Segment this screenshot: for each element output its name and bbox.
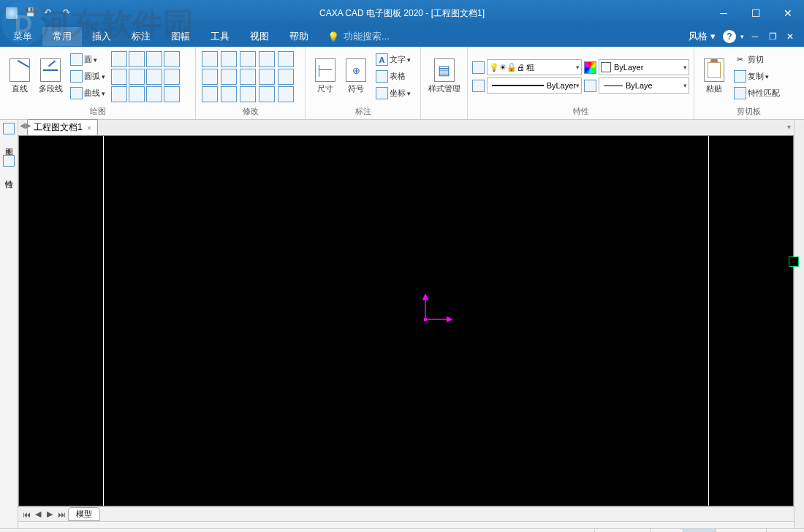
layer-props-icon[interactable] xyxy=(472,80,485,92)
modify-tool-8[interactable] xyxy=(240,69,256,85)
modify-tool-13[interactable] xyxy=(240,86,256,102)
app-icon[interactable] xyxy=(6,7,18,19)
modify-tool-1[interactable] xyxy=(202,51,218,67)
arc-button[interactable]: 圆弧 ▾ xyxy=(67,69,108,84)
line-button[interactable]: 直线 xyxy=(4,56,35,96)
modify-tool-6[interactable] xyxy=(202,69,218,85)
properties-tab-icon[interactable] xyxy=(3,155,15,167)
doc-close-button[interactable]: ✕ xyxy=(784,31,797,42)
draw-tool-10[interactable] xyxy=(129,86,145,102)
circle-button[interactable]: 圆 ▾ xyxy=(67,52,108,67)
menu-common[interactable]: 常用 xyxy=(42,27,82,46)
help-button[interactable]: ? xyxy=(723,30,736,43)
table-button[interactable]: 表格 xyxy=(373,69,414,84)
paste-button[interactable]: 粘贴 xyxy=(699,56,729,96)
linetype-dropdown[interactable]: ByLayer ▾ xyxy=(487,77,582,94)
modify-tool-7[interactable] xyxy=(221,69,237,85)
symbol-button[interactable]: ⊕ 符号 xyxy=(341,56,371,96)
tab-overflow[interactable]: ▾ xyxy=(787,123,791,131)
style-manager-button[interactable]: 样式管理 xyxy=(425,56,463,96)
draw-tool-1[interactable] xyxy=(111,51,127,67)
group-properties: 💡☀🔓🖨 粗 ▾ ByLayer ▾ ByLayer ▾ xyxy=(468,47,694,119)
lineweight-dropdown[interactable]: ByLaye ▾ xyxy=(599,77,689,94)
library-tab-icon[interactable] xyxy=(3,123,15,134)
text-button[interactable]: A文字 ▾ xyxy=(373,52,414,67)
tab-nav-next[interactable]: ▶ xyxy=(45,509,55,519)
style-dropdown[interactable]: 风格 ▾ xyxy=(686,28,718,45)
modify-tool-9[interactable] xyxy=(259,69,275,85)
match-props-button[interactable]: 特性匹配 xyxy=(731,86,783,101)
qat-redo-icon[interactable]: ↷ xyxy=(63,7,75,19)
dimension-button[interactable]: 尺寸 xyxy=(310,56,341,96)
draw-tool-2[interactable] xyxy=(129,51,145,67)
menu-help[interactable]: 帮助 xyxy=(279,27,319,46)
draw-tool-9[interactable] xyxy=(111,86,127,102)
menu-tools[interactable]: 工具 xyxy=(200,27,240,46)
draw-tool-11[interactable] xyxy=(146,86,162,102)
modify-tool-3[interactable] xyxy=(240,51,256,67)
sun-icon: ☀ xyxy=(499,63,507,72)
color-dropdown[interactable]: ByLayer ▾ xyxy=(599,59,689,75)
guide-line-left xyxy=(103,136,104,506)
draw-tool-4[interactable] xyxy=(164,51,180,67)
document-tab-1[interactable]: 工程图文档1 × xyxy=(27,119,98,135)
bottom-tabs: ⏮ ◀ ▶ ⏭ 模型 xyxy=(18,506,794,521)
properties-tab[interactable]: 特性 xyxy=(2,171,16,177)
close-button[interactable]: ✕ xyxy=(772,0,804,26)
function-search[interactable]: 💡 功能搜索... xyxy=(327,30,390,43)
draw-tool-6[interactable] xyxy=(129,69,145,85)
doc-minimize-button[interactable]: ─ xyxy=(748,31,762,42)
doc-restore-button[interactable]: ❐ xyxy=(766,31,779,42)
group-properties-label: 特性 xyxy=(468,106,694,119)
model-tab[interactable]: 模型 xyxy=(68,507,100,521)
draw-tool-5[interactable] xyxy=(111,69,127,85)
maximize-button[interactable]: ☐ xyxy=(740,0,772,26)
menu-sheet[interactable]: 图幅 xyxy=(161,27,200,46)
document-tab-close[interactable]: × xyxy=(87,123,91,132)
coord-button[interactable]: 坐标 ▾ xyxy=(373,86,414,101)
modify-tool-2[interactable] xyxy=(221,51,237,67)
status-pick-mode[interactable]: 拾取添加▾ xyxy=(594,529,650,532)
lineweight-icon[interactable] xyxy=(584,80,596,92)
qat-undo-icon[interactable]: ↶ xyxy=(44,7,56,19)
draw-tool-12[interactable] xyxy=(164,86,180,102)
tab-nav-first[interactable]: ⏮ xyxy=(21,510,31,519)
tab-nav-last[interactable]: ⏭ xyxy=(56,510,67,519)
status-dynamic-input[interactable]: 动态输入 xyxy=(716,529,766,532)
modify-tool-11[interactable] xyxy=(202,86,218,102)
menu-insert[interactable]: 插入 xyxy=(82,27,121,46)
library-tab[interactable]: 图库 xyxy=(2,139,16,145)
curve-button[interactable]: 曲线 ▾ xyxy=(67,86,108,101)
menu-view[interactable]: 视图 xyxy=(240,27,279,46)
draw-tool-7[interactable] xyxy=(146,69,162,85)
modify-tool-10[interactable] xyxy=(278,69,294,85)
modify-tool-15[interactable] xyxy=(278,86,294,102)
layer-state-dropdown[interactable]: 💡☀🔓🖨 粗 ▾ xyxy=(487,59,582,75)
drawing-canvas[interactable] xyxy=(18,135,794,506)
status-ortho[interactable]: 正交 xyxy=(650,529,683,532)
group-annotate: 尺寸 ⊕ 符号 A文字 ▾ 表格 坐标 ▾ 标注 xyxy=(306,47,421,119)
color-picker-icon[interactable] xyxy=(584,61,596,74)
layer-list-icon[interactable] xyxy=(472,61,485,74)
polyline-icon xyxy=(40,58,61,82)
window-title: CAXA CAD 电子图板 2020 - [工程图文档1] xyxy=(319,7,485,20)
polyline-button[interactable]: 多段线 xyxy=(35,56,66,96)
status-intelligent[interactable]: 智能▾ xyxy=(766,529,804,532)
draw-tool-3[interactable] xyxy=(146,51,162,67)
copy-icon xyxy=(734,70,746,83)
modify-tool-4[interactable] xyxy=(259,51,275,67)
qat-save-icon[interactable]: 💾 xyxy=(25,7,37,19)
tab-nav-prev[interactable]: ◀ xyxy=(33,509,43,519)
minimize-button[interactable]: ─ xyxy=(708,0,740,26)
menu-file[interactable]: 菜单 xyxy=(3,27,42,46)
status-lineweight[interactable]: 线宽 xyxy=(683,529,716,532)
draw-tool-8[interactable] xyxy=(164,69,180,85)
modify-tool-12[interactable] xyxy=(221,86,237,102)
right-scrollbar[interactable] xyxy=(794,120,804,528)
modify-tool-5[interactable] xyxy=(278,51,294,67)
modify-tool-14[interactable] xyxy=(259,86,275,102)
menu-annotate[interactable]: 标注 xyxy=(121,27,161,46)
tab-nav-left[interactable]: ◀▶ xyxy=(20,121,31,129)
cut-button[interactable]: ✂剪切 xyxy=(731,52,783,67)
copy-button[interactable]: 复制 ▾ xyxy=(731,69,783,84)
